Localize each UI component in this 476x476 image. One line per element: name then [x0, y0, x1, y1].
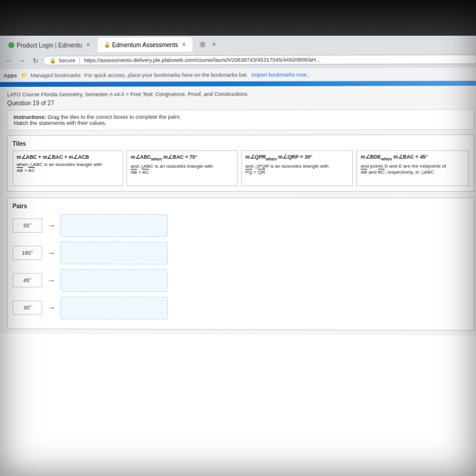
tile-1-sub2: AB = AC	[17, 168, 119, 174]
tile-3[interactable]: m∠QPRwhen m∠QRP = 30° and △PQR is an iso…	[241, 151, 353, 187]
quick-access-text: For quick access, place your bookmarks h…	[84, 71, 248, 78]
pair-drop-zone-2[interactable]	[60, 242, 168, 264]
tile-4-sub2: AB and BC, respectively, in △ABC	[361, 170, 464, 176]
pair-arrow-4: →	[47, 303, 55, 312]
pair-row-4: 30° →	[12, 296, 469, 321]
bookmarks-bar: Apps 📁 Managed bookmarks For quick acces…	[0, 68, 476, 82]
question-number: Question 19 of 27	[7, 99, 474, 107]
tab-product-login[interactable]: Product Login | Edmentu ✕	[2, 37, 96, 52]
pair-drop-zone-1[interactable]	[60, 214, 168, 237]
tile-1-main: m∠ABC + m∠BAC + m∠ACB	[17, 154, 119, 161]
reload-button[interactable]: ↻	[30, 55, 40, 66]
main-content: LATO Course Florida Geometry, Semester A…	[0, 86, 476, 336]
managed-bookmarks[interactable]: Managed bookmarks	[31, 72, 81, 78]
pair-arrow-3: →	[47, 275, 55, 285]
pair-value-55: 55°	[12, 218, 42, 233]
instructions-box: Instructions: Drag the tiles to the corr…	[7, 109, 474, 130]
tab3-close[interactable]: ✕	[212, 42, 217, 48]
browser-screen: Product Login | Edmentu ✕ 🔒 Edmentum Ass…	[0, 36, 476, 476]
tile-1-sub: when △ABC is an isosceles triangle with	[17, 162, 119, 168]
address-bar-row: ← → ↻ 🔒 Secure | https://assessments-del…	[0, 51, 476, 69]
url-text: https://assessments-delivery.ple.platowe…	[84, 57, 324, 63]
tab-extra[interactable]: ✕	[193, 37, 222, 52]
secure-icon: 🔒	[49, 58, 56, 64]
tiles-label: Tiles	[12, 140, 469, 147]
tab1-label: Product Login | Edmentu	[17, 42, 82, 48]
tile-3-main: m∠QPRwhen m∠QRP = 30°	[245, 154, 348, 162]
bookmark-folder-icon: 📁	[21, 72, 27, 78]
tile-3-sub2: PQ = QR	[245, 170, 348, 176]
tab1-favicon	[8, 42, 14, 48]
import-bookmarks-link[interactable]: Import bookmarks now...	[252, 71, 311, 77]
pair-arrow-2: →	[47, 248, 55, 258]
back-button[interactable]: ←	[4, 55, 14, 66]
breadcrumb: LATO Course Florida Geometry, Semester A…	[7, 90, 474, 98]
tile-2-sub: and △ABC is an isosceles triangle with	[131, 164, 233, 170]
tab2-label: Edmentum Assessments	[112, 41, 178, 48]
match-text: Match the statements with their values.	[14, 120, 468, 126]
tile-2[interactable]: m∠ABCwhen m∠BAC = 70° and △ABC is an iso…	[127, 151, 238, 186]
tile-4[interactable]: m∠BDEwhen m∠BAC = 45° and points D and E…	[356, 150, 469, 186]
pair-value-180: 180°	[12, 246, 42, 260]
tile-1[interactable]: m∠ABC + m∠BAC + m∠ACB when △ABC is an is…	[12, 151, 123, 186]
tile-4-sub: and points D and E are the midpoints of	[361, 163, 464, 170]
forward-button[interactable]: →	[17, 55, 27, 66]
pairs-label: Pairs	[12, 203, 469, 209]
instructions-text: Drag the tiles to the correct boxes to c…	[48, 114, 181, 120]
tab2-favicon: 🔒	[104, 42, 109, 48]
tile-2-sub2: AB = AC	[131, 170, 233, 176]
browser-chrome: Product Login | Edmentu ✕ 🔒 Edmentum Ass…	[0, 36, 476, 82]
tab1-close[interactable]: ✕	[86, 42, 90, 48]
pair-drop-zone-4[interactable]	[60, 296, 168, 320]
tile-3-sub: and △PQR is an isosceles triangle with	[245, 164, 348, 170]
address-bar[interactable]: 🔒 Secure | https://assessments-delivery.…	[43, 54, 476, 65]
tab2-close[interactable]: ✕	[181, 42, 186, 48]
tile-2-main: m∠ABCwhen m∠BAC = 70°	[131, 154, 233, 162]
tab-bar: Product Login | Edmentu ✕ 🔒 Edmentum Ass…	[0, 36, 476, 52]
pairs-section: Pairs 55° → 180° → 45° →	[7, 198, 474, 331]
instructions-title: Instructions:	[14, 114, 46, 120]
pair-row-3: 45° →	[12, 269, 469, 293]
secure-label: Secure	[58, 58, 76, 64]
tiles-section: Tiles m∠ABC + m∠BAC + m∠ACB when △ABC is…	[7, 134, 474, 192]
pair-row-1: 55° →	[12, 214, 469, 237]
tab-edmentum[interactable]: 🔒 Edmentum Assessments ✕	[98, 37, 192, 52]
pair-value-45: 45°	[12, 273, 42, 287]
pair-value-30: 30°	[12, 300, 42, 315]
pair-row-2: 180° →	[12, 242, 469, 265]
tiles-grid: m∠ABC + m∠BAC + m∠ACB when △ABC is an is…	[12, 150, 469, 186]
tab3-favicon	[200, 42, 206, 48]
photo-wrapper: Product Login | Edmentu ✕ 🔒 Edmentum Ass…	[0, 0, 476, 476]
laptop-top	[0, 0, 476, 36]
pair-drop-zone-3[interactable]	[60, 269, 168, 292]
tile-4-main: m∠BDEwhen m∠BAC = 45°	[361, 154, 464, 162]
apps-link[interactable]: Apps	[4, 72, 17, 78]
pair-arrow-1: →	[47, 221, 55, 230]
